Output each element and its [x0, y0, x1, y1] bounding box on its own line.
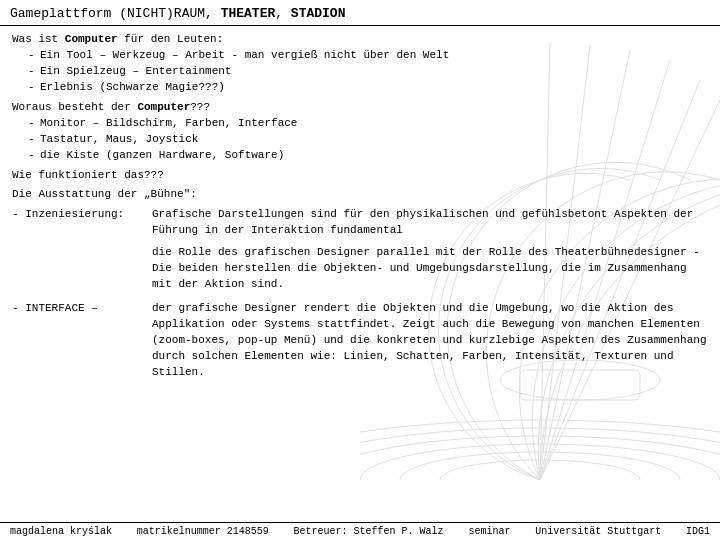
list-item: Erlebnis (Schwarze Magie???): [28, 80, 708, 96]
interface-label: - INTERFACE –: [12, 301, 152, 381]
footer-matrikel: matrikelnummer 2148559: [137, 526, 269, 537]
interface-text: der grafische Designer rendert die Objek…: [152, 301, 708, 381]
section-interface: - INTERFACE – der grafische Designer ren…: [12, 301, 708, 381]
section-wie: Wie funktioniert das???: [12, 168, 708, 184]
section-ausstattung: Die Ausstattung der „Bühne":: [12, 187, 708, 203]
footer-betreuer: Betreuer: Steffen P. Walz: [294, 526, 444, 537]
wie-heading: Wie funktioniert das???: [12, 168, 708, 184]
inzeniesierung-label: - Inzeniesierung:: [12, 207, 152, 293]
was-ist-list: Ein Tool – Werkzeug – Arbeit - man vergi…: [12, 48, 708, 96]
section-inzeniesierung: - Inzeniesierung: Grafische Darstellunge…: [12, 207, 708, 293]
footer-university: Universität Stuttgart: [535, 526, 661, 537]
ausstattung-heading: Die Ausstattung der „Bühne":: [12, 187, 708, 203]
footer-seminar: seminar: [468, 526, 510, 537]
woraus-heading: Woraus besteht der Computer???: [12, 100, 708, 116]
list-item: die Kiste (ganzen Hardware, Software): [28, 148, 708, 164]
footer: magdalena kryślak matrikelnummer 2148559…: [0, 522, 720, 540]
title-prefix: Gameplattform (NICHT)RAUM,: [10, 6, 221, 21]
list-item: Tastatur, Maus, Joystick: [28, 132, 708, 148]
footer-author: magdalena kryślak: [10, 526, 112, 537]
footer-id: IDG1: [686, 526, 710, 537]
title-bar: Gameplattform (NICHT)RAUM, THEATER, STAD…: [0, 0, 720, 26]
main-content: Was ist Computer für den Leuten: Ein Too…: [0, 26, 720, 393]
section-woraus: Woraus besteht der Computer??? Monitor –…: [12, 100, 708, 164]
list-item: Ein Spielzeug – Entertainment: [28, 64, 708, 80]
title-bold1: THEATER: [221, 6, 276, 21]
section-was-ist: Was ist Computer für den Leuten: Ein Too…: [12, 32, 708, 96]
inzeniesierung-text1: Grafische Darstellungen sind für den phy…: [152, 207, 708, 293]
list-item: Monitor – Bildschirm, Farben, Interface: [28, 116, 708, 132]
title-bold2: STADION: [291, 6, 346, 21]
was-ist-heading: Was ist Computer für den Leuten:: [12, 32, 708, 48]
woraus-list: Monitor – Bildschirm, Farben, Interface …: [12, 116, 708, 164]
title-mid: ,: [275, 6, 291, 21]
list-item: Ein Tool – Werkzeug – Arbeit - man vergi…: [28, 48, 708, 64]
